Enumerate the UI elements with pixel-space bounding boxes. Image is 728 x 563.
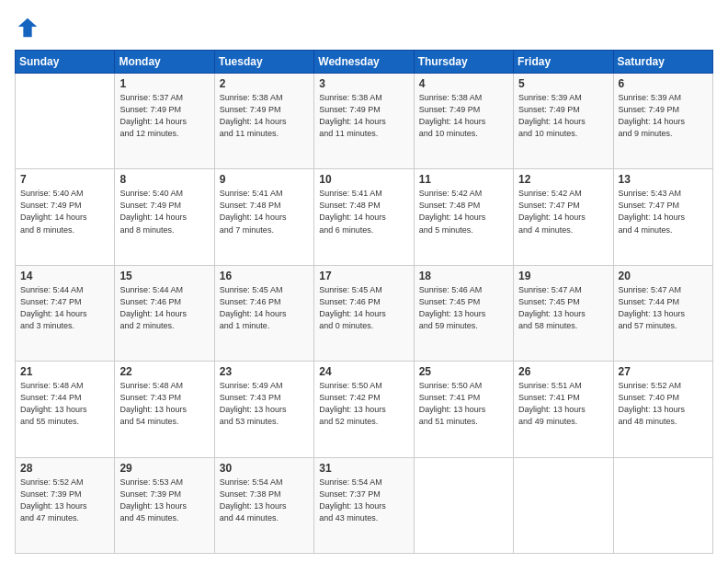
calendar-cell: 6Sunrise: 5:39 AM Sunset: 7:49 PM Daylig… [613,74,712,169]
day-info: Sunrise: 5:42 AM Sunset: 7:48 PM Dayligh… [419,188,508,236]
calendar-table: SundayMondayTuesdayWednesdayThursdayFrid… [15,50,713,554]
day-info: Sunrise: 5:41 AM Sunset: 7:48 PM Dayligh… [319,188,408,236]
day-number: 31 [319,462,408,475]
calendar-cell: 30Sunrise: 5:54 AM Sunset: 7:38 PM Dayli… [214,457,313,553]
weekday-header-friday: Friday [514,51,613,74]
day-number: 5 [518,77,608,90]
calendar-cell: 5Sunrise: 5:39 AM Sunset: 7:49 PM Daylig… [514,74,613,169]
logo [15,15,44,40]
calendar-cell [613,457,712,553]
calendar-cell [16,74,115,169]
page: SundayMondayTuesdayWednesdayThursdayFrid… [0,0,728,563]
day-number: 12 [518,173,608,186]
calendar-cell [514,457,613,553]
calendar-cell: 12Sunrise: 5:42 AM Sunset: 7:47 PM Dayli… [514,169,613,265]
day-number: 30 [220,462,309,475]
day-info: Sunrise: 5:40 AM Sunset: 7:49 PM Dayligh… [20,188,109,236]
day-info: Sunrise: 5:45 AM Sunset: 7:46 PM Dayligh… [220,284,309,332]
logo-icon [15,15,40,40]
day-number: 17 [319,270,408,282]
calendar-cell: 14Sunrise: 5:44 AM Sunset: 7:47 PM Dayli… [16,265,115,361]
day-info: Sunrise: 5:39 AM Sunset: 7:49 PM Dayligh… [518,92,608,140]
day-number: 22 [119,365,209,378]
day-info: Sunrise: 5:49 AM Sunset: 7:43 PM Dayligh… [220,380,309,428]
day-info: Sunrise: 5:44 AM Sunset: 7:47 PM Dayligh… [20,284,109,332]
weekday-header-wednesday: Wednesday [314,51,414,74]
calendar-week-2: 14Sunrise: 5:44 AM Sunset: 7:47 PM Dayli… [16,265,713,361]
day-info: Sunrise: 5:38 AM Sunset: 7:49 PM Dayligh… [319,92,408,140]
weekday-header-sunday: Sunday [16,51,115,74]
day-number: 11 [419,173,508,186]
day-number: 15 [119,270,209,282]
day-info: Sunrise: 5:53 AM Sunset: 7:39 PM Dayligh… [119,477,209,524]
calendar-week-1: 7Sunrise: 5:40 AM Sunset: 7:49 PM Daylig… [16,169,713,265]
day-number: 28 [20,462,109,475]
day-number: 16 [220,270,309,282]
weekday-header-tuesday: Tuesday [214,51,313,74]
day-info: Sunrise: 5:40 AM Sunset: 7:49 PM Dayligh… [119,188,209,236]
calendar-cell: 8Sunrise: 5:40 AM Sunset: 7:49 PM Daylig… [115,169,214,265]
day-info: Sunrise: 5:54 AM Sunset: 7:37 PM Dayligh… [319,477,408,524]
calendar-cell: 15Sunrise: 5:44 AM Sunset: 7:46 PM Dayli… [115,265,214,361]
header [15,15,713,40]
day-info: Sunrise: 5:38 AM Sunset: 7:49 PM Dayligh… [419,92,508,140]
calendar-cell: 26Sunrise: 5:51 AM Sunset: 7:41 PM Dayli… [514,362,613,457]
calendar-cell: 13Sunrise: 5:43 AM Sunset: 7:47 PM Dayli… [613,169,712,265]
day-number: 24 [319,365,408,378]
day-number: 21 [20,365,109,378]
day-number: 25 [419,365,508,378]
calendar-week-0: 1Sunrise: 5:37 AM Sunset: 7:49 PM Daylig… [16,74,713,169]
weekday-header-thursday: Thursday [414,51,513,74]
calendar-cell: 21Sunrise: 5:48 AM Sunset: 7:44 PM Dayli… [16,362,115,457]
day-number: 4 [419,77,508,90]
calendar-cell: 16Sunrise: 5:45 AM Sunset: 7:46 PM Dayli… [214,265,313,361]
calendar-week-4: 28Sunrise: 5:52 AM Sunset: 7:39 PM Dayli… [16,457,713,553]
calendar-cell: 10Sunrise: 5:41 AM Sunset: 7:48 PM Dayli… [314,169,414,265]
day-info: Sunrise: 5:54 AM Sunset: 7:38 PM Dayligh… [220,477,309,524]
calendar-cell: 2Sunrise: 5:38 AM Sunset: 7:49 PM Daylig… [214,74,313,169]
day-info: Sunrise: 5:52 AM Sunset: 7:40 PM Dayligh… [619,380,708,428]
day-number: 10 [319,173,408,186]
day-number: 26 [518,365,608,378]
calendar-cell: 29Sunrise: 5:53 AM Sunset: 7:39 PM Dayli… [115,457,214,553]
svg-marker-0 [18,18,38,38]
calendar-cell: 28Sunrise: 5:52 AM Sunset: 7:39 PM Dayli… [16,457,115,553]
day-info: Sunrise: 5:45 AM Sunset: 7:46 PM Dayligh… [319,284,408,332]
weekday-header-monday: Monday [115,51,214,74]
day-info: Sunrise: 5:50 AM Sunset: 7:42 PM Dayligh… [319,380,408,428]
calendar-cell: 7Sunrise: 5:40 AM Sunset: 7:49 PM Daylig… [16,169,115,265]
day-number: 7 [20,173,109,186]
calendar-cell: 24Sunrise: 5:50 AM Sunset: 7:42 PM Dayli… [314,362,414,457]
calendar-week-3: 21Sunrise: 5:48 AM Sunset: 7:44 PM Dayli… [16,362,713,457]
day-info: Sunrise: 5:38 AM Sunset: 7:49 PM Dayligh… [220,92,309,140]
calendar-cell: 3Sunrise: 5:38 AM Sunset: 7:49 PM Daylig… [314,74,414,169]
calendar-cell: 1Sunrise: 5:37 AM Sunset: 7:49 PM Daylig… [115,74,214,169]
calendar-header: SundayMondayTuesdayWednesdayThursdayFrid… [16,51,713,74]
day-number: 29 [119,462,209,475]
weekday-row: SundayMondayTuesdayWednesdayThursdayFrid… [16,51,713,74]
calendar-cell: 18Sunrise: 5:46 AM Sunset: 7:45 PM Dayli… [414,265,513,361]
day-info: Sunrise: 5:43 AM Sunset: 7:47 PM Dayligh… [619,188,708,236]
day-number: 20 [619,270,708,282]
day-info: Sunrise: 5:48 AM Sunset: 7:44 PM Dayligh… [20,380,109,428]
day-number: 3 [319,77,408,90]
day-info: Sunrise: 5:37 AM Sunset: 7:49 PM Dayligh… [119,92,209,140]
day-number: 27 [619,365,708,378]
calendar-cell: 19Sunrise: 5:47 AM Sunset: 7:45 PM Dayli… [514,265,613,361]
calendar-cell: 27Sunrise: 5:52 AM Sunset: 7:40 PM Dayli… [613,362,712,457]
day-number: 1 [119,77,209,90]
day-info: Sunrise: 5:42 AM Sunset: 7:47 PM Dayligh… [518,188,608,236]
day-number: 23 [220,365,309,378]
day-number: 18 [419,270,508,282]
day-info: Sunrise: 5:39 AM Sunset: 7:49 PM Dayligh… [619,92,708,140]
calendar-cell: 4Sunrise: 5:38 AM Sunset: 7:49 PM Daylig… [414,74,513,169]
calendar-body: 1Sunrise: 5:37 AM Sunset: 7:49 PM Daylig… [16,74,713,554]
calendar-cell: 22Sunrise: 5:48 AM Sunset: 7:43 PM Dayli… [115,362,214,457]
day-number: 13 [619,173,708,186]
day-info: Sunrise: 5:48 AM Sunset: 7:43 PM Dayligh… [119,380,209,428]
day-number: 2 [220,77,309,90]
day-info: Sunrise: 5:46 AM Sunset: 7:45 PM Dayligh… [419,284,508,332]
day-info: Sunrise: 5:47 AM Sunset: 7:44 PM Dayligh… [619,284,708,332]
calendar-cell: 23Sunrise: 5:49 AM Sunset: 7:43 PM Dayli… [214,362,313,457]
day-number: 19 [518,270,608,282]
